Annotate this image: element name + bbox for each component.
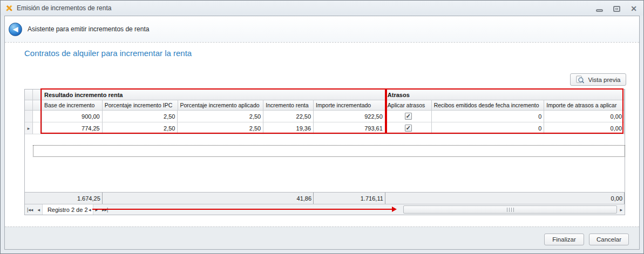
indicator-subheader-cell <box>25 100 33 111</box>
scroll-left-icon[interactable]: ◂ <box>86 204 93 215</box>
summary-row: 1.674,25 41,86 1.716,11 0,00 <box>25 192 625 204</box>
last-record-icon[interactable]: ▸▸| <box>100 204 110 215</box>
row-expand-cell <box>33 122 42 134</box>
record-count-label: Registro 2 de 2 <box>42 204 93 215</box>
summary-importe: 1.716,11 <box>314 193 385 204</box>
group-header-row: Resultado incremento renta Atrasos <box>25 90 625 100</box>
scroll-right-icon[interactable]: ▸ <box>618 204 625 215</box>
column-header-aplicado[interactable]: Porcentaje incremento aplicado <box>178 100 264 111</box>
cell-recibos[interactable]: 0 <box>432 111 545 122</box>
column-header-importe[interactable]: Importe incrementado <box>314 100 385 111</box>
window-title: Emisión de incrementos de renta <box>17 4 111 12</box>
wizard-window: Emisión de incrementos de renta ✕ ◀ Asis… <box>0 0 644 254</box>
cell-incremento[interactable]: 19,36 <box>263 122 314 134</box>
column-header-importe-atrasos[interactable]: Importe de atrasos a aplicar <box>544 100 625 111</box>
summary-spacer <box>385 193 432 204</box>
summary-incremento: 41,86 <box>263 193 314 204</box>
column-header-row: Base de incremento Porcentaje incremento… <box>25 100 625 111</box>
column-header-recibos[interactable]: Recibos emitidos desde fecha incremento <box>432 100 545 111</box>
column-header-ipc[interactable]: Porcentaje incremento IPC <box>103 100 178 111</box>
record-navigator: |◂◂ ◂ Registro 2 de 2 ▸ ▸▸| ◂ ▸ <box>25 204 625 215</box>
indicator-header-cell <box>25 90 33 100</box>
next-record-icon[interactable]: ▸ <box>93 204 100 215</box>
summary-spacer <box>432 193 545 204</box>
aplicar-atrasos-checkbox[interactable]: ✓ <box>405 113 412 120</box>
client-area: ◀ Asistente para emitir incrementos de r… <box>4 16 640 250</box>
back-arrow-icon: ◀ <box>13 25 18 33</box>
title-bar[interactable]: Emisión de incrementos de renta ✕ <box>1 1 643 16</box>
maximize-icon[interactable] <box>613 6 620 12</box>
finish-button[interactable]: Finalizar <box>544 234 584 245</box>
cell-base[interactable]: 900,00 <box>42 111 103 122</box>
grid-empty-area <box>25 134 625 192</box>
table-row-selected[interactable]: ▸ 774,25 2,50 2,50 19,36 793,61 ✓ 0 0,00 <box>25 122 625 134</box>
wizard-banner-title: Asistente para emitir incrementos de ren… <box>28 25 149 33</box>
cell-ipc[interactable]: 2,50 <box>103 122 178 134</box>
prev-record-icon[interactable]: ◂ <box>35 204 42 215</box>
cell-importe-atrasos[interactable]: 0,00 <box>544 111 625 122</box>
aplicar-atrasos-checkbox[interactable]: ✓ <box>405 125 412 132</box>
column-header-aplicar-atrasos[interactable]: Aplicar atrasos <box>385 100 432 111</box>
row-indicator-cell <box>25 111 33 122</box>
cell-ipc[interactable]: 2,50 <box>103 111 178 122</box>
expand-subheader-cell <box>33 100 42 111</box>
summary-spacer <box>25 193 33 204</box>
summary-spacer <box>33 193 42 204</box>
table-row[interactable]: 900,00 2,50 2,50 22,50 922,50 ✓ 0 0,00 <box>25 111 625 122</box>
close-icon[interactable]: ✕ <box>631 5 637 12</box>
summary-spacer <box>103 193 178 204</box>
first-record-icon[interactable]: |◂◂ <box>25 204 35 215</box>
contracts-grid: Resultado incremento renta Atrasos Base … <box>24 89 625 215</box>
cell-importe[interactable]: 793,61 <box>314 122 385 134</box>
cell-aplicar-atrasos: ✓ <box>385 111 432 122</box>
cell-aplicado[interactable]: 2,50 <box>178 111 263 122</box>
finish-button-label: Finalizar <box>552 236 575 243</box>
row-indicator-arrow-icon: ▸ <box>25 122 33 134</box>
minimize-icon[interactable] <box>596 9 603 12</box>
check-icon: ✓ <box>406 113 411 119</box>
group-header-atrasos[interactable]: Atrasos <box>385 90 625 100</box>
row-expand-cell <box>33 111 42 122</box>
column-header-base[interactable]: Base de incremento <box>42 100 103 111</box>
preview-button-label: Vista previa <box>588 77 621 83</box>
horizontal-scrollbar-thumb[interactable] <box>403 205 617 214</box>
summary-importe-atrasos: 0,00 <box>544 193 625 204</box>
footer-bar: Finalizar Cancelar <box>5 226 639 249</box>
cell-aplicado[interactable]: 2,50 <box>178 122 263 134</box>
summary-base: 1.674,25 <box>42 193 103 204</box>
page-title: Contratos de alquiler para incrementar l… <box>24 49 192 58</box>
preview-button[interactable]: Vista previa <box>570 73 626 86</box>
preview-icon <box>576 75 584 84</box>
check-icon: ✓ <box>406 125 411 131</box>
group-header-resultado[interactable]: Resultado incremento renta <box>42 90 385 100</box>
cancel-button-label: Cancelar <box>596 236 621 243</box>
back-button[interactable]: ◀ <box>9 23 22 36</box>
cell-recibos[interactable]: 0 <box>432 122 545 134</box>
column-header-incremento[interactable]: Incremento renta <box>263 100 314 111</box>
summary-spacer <box>178 193 264 204</box>
expand-header-cell <box>33 90 42 100</box>
cancel-button[interactable]: Cancelar <box>589 234 629 245</box>
cell-importe-atrasos[interactable]: 0,00 <box>544 122 625 134</box>
cell-aplicar-atrasos: ✓ <box>385 122 432 134</box>
app-tools-icon <box>5 4 13 12</box>
wizard-banner: ◀ Asistente para emitir incrementos de r… <box>5 16 639 43</box>
cell-incremento[interactable]: 22,50 <box>263 111 314 122</box>
cell-base[interactable]: 774,25 <box>42 122 103 134</box>
scrollbar-grip-icon <box>507 208 514 212</box>
cell-importe[interactable]: 922,50 <box>314 111 385 122</box>
